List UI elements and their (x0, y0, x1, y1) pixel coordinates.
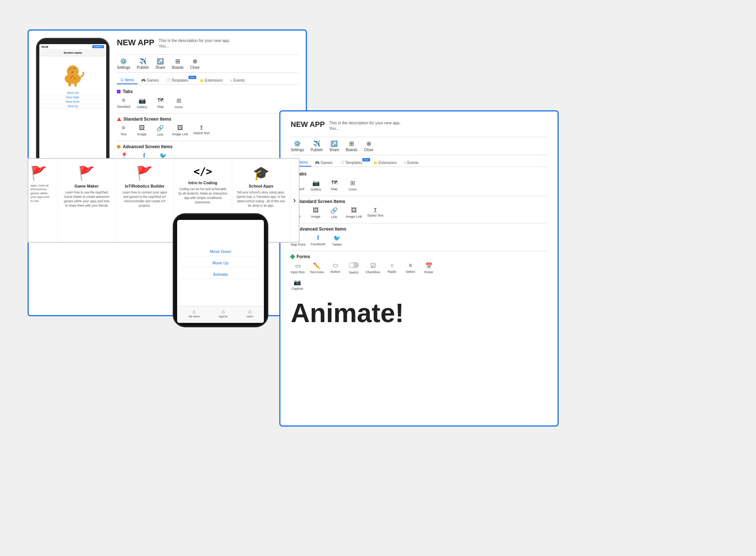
move-left-btn[interactable]: Move Left (41, 91, 105, 95)
right-close-icon: ⊗ (366, 140, 371, 147)
boards-btn[interactable]: ⊞ Boards (172, 58, 184, 70)
right-tab-extensions-label: Extensions (379, 161, 397, 165)
item-text[interactable]: ≡ Text (117, 125, 130, 136)
partial-desc: apps, build alllinks/actions,games withi… (31, 184, 55, 203)
right-tab-games[interactable]: 🎮 Games (311, 159, 336, 167)
move-up-btn-center[interactable]: Move Up (181, 259, 260, 268)
right-item-image-link[interactable]: 🖼 Image Link (346, 207, 362, 219)
right-close-btn[interactable]: ⊗ Close (364, 140, 373, 152)
move-down-btn-center[interactable]: Move Down (181, 247, 260, 256)
right-boards-btn[interactable]: ⊞ Boards (346, 140, 358, 152)
right-standard-section-title: Standard Screen Items (297, 199, 345, 204)
item-image-link[interactable]: 🖼 Image Link (172, 125, 188, 136)
right-section-tabs: Tabs (291, 171, 547, 177)
right-share-btn[interactable]: ↗️ Share (329, 140, 339, 152)
link-icon: 🔗 (157, 125, 164, 132)
right-item-link[interactable]: 🔗 Link (327, 207, 341, 219)
svg-point-9 (71, 71, 74, 73)
tab-tabname[interactable]: ⌂ Tab Name (188, 309, 200, 321)
screen-name-label: Screen name (39, 50, 106, 56)
move-right-btn[interactable]: Move Right (41, 95, 105, 100)
right-item-image[interactable]: 🖼 Image (309, 207, 322, 219)
iot-title: IoT/Robotics Builder (125, 184, 165, 188)
image-link-label: Image Link (172, 132, 188, 136)
section-advanced-label: Advanced Screen Items (117, 144, 298, 149)
right-tab-events[interactable]: ○ Events (400, 159, 422, 167)
item-image[interactable]: 🖼 Image (135, 125, 148, 136)
right-text-area-icon: ✏️ (313, 262, 320, 269)
right-settings-btn[interactable]: ⚙️ Settings (291, 140, 304, 152)
right-item-switch[interactable]: Switch (347, 262, 361, 274)
styled-text-label: Styled Text (193, 131, 209, 135)
close-btn[interactable]: ⊗ Close (190, 58, 200, 70)
right-item-checkbox[interactable]: ☑ Checkbox (366, 262, 380, 274)
svg-point-16 (72, 75, 74, 77)
tab-weird-icon: ⌂ (248, 309, 251, 314)
right-item-text-area[interactable]: ✏️ Text Area (310, 262, 324, 274)
right-tab-templates[interactable]: 📄 Templates EDU (336, 159, 370, 167)
right-item-icons[interactable]: ⊞ Icons (346, 179, 359, 191)
tab-games-icon: 🎮 (141, 78, 146, 82)
right-item-capture[interactable]: 📷 Capture (291, 279, 304, 291)
item-link[interactable]: 🔗 Link (154, 125, 167, 136)
right-section-forms: Forms (291, 254, 547, 259)
tab-tabname-label: Tab Name (188, 315, 200, 318)
right-share-icon: ↗️ (330, 140, 338, 147)
item-gallery[interactable]: 📷 Gallery (136, 97, 149, 109)
right-item-map[interactable]: 🗺 Map (328, 179, 341, 191)
right-tab-extensions[interactable]: ⭐ Extensions (369, 159, 400, 167)
tab-templates-icon: 📄 (166, 78, 171, 82)
right-styled-text-icon: T (374, 207, 377, 213)
right-tabs-row: ≡ Standard 📷 Gallery 🗺 Map ⊞ Icons (291, 179, 547, 191)
right-input-box-label: Input Box (291, 270, 305, 274)
tab-games[interactable]: 🎮 Games (137, 76, 162, 84)
tab-extensions[interactable]: ⭐ Extensions (196, 76, 226, 84)
tab-items[interactable]: ☑ Items (117, 76, 137, 84)
right-tab-templates-icon: 📄 (340, 161, 344, 165)
toolbar: ⚙️ Settings ✈️ Publish ↗️ Share ⊞ Boards… (117, 54, 298, 73)
tab-weird[interactable]: ⌂ weird (247, 309, 253, 321)
move-down-btn[interactable]: Move Down (41, 100, 105, 104)
tab-appcar[interactable]: ⌂ AppCar (219, 309, 228, 321)
animate-btn-center[interactable]: Animate (181, 270, 260, 279)
styled-text-icon: T (200, 125, 203, 130)
right-radio-icon: ○ (390, 262, 394, 269)
app-header: NEW APP This is the description for your… (117, 38, 298, 49)
right-item-gallery[interactable]: 📷 Gallery (309, 179, 323, 191)
coding-title: Intro to Coding (189, 181, 218, 185)
tabs-section-title: Tabs (123, 89, 133, 94)
right-forms-dot (290, 254, 295, 259)
right-boards-label: Boards (346, 148, 358, 152)
next-arrow[interactable]: › (290, 159, 299, 242)
publish-btn[interactable]: ✈️ Publish (137, 58, 149, 70)
right-tab-events-icon: ○ (404, 161, 406, 165)
svg-rect-11 (74, 82, 77, 86)
gallery-label: Gallery (137, 105, 147, 109)
item-icons[interactable]: ⊞ Icons (172, 97, 186, 109)
share-btn[interactable]: ↗️ Share (155, 58, 165, 70)
right-item-facebook[interactable]: f Facebook (311, 235, 326, 246)
publish-icon: ✈️ (139, 58, 147, 65)
right-capture-label: Capture (291, 287, 303, 291)
right-publish-btn[interactable]: ✈️ Publish (311, 140, 323, 152)
right-item-select[interactable]: ≡ Select (404, 262, 417, 274)
right-link-icon: 🔗 (330, 207, 338, 214)
tab-tabname-icon: ⌂ (193, 309, 196, 314)
item-styled-text[interactable]: T Styled Text (193, 125, 209, 136)
item-map[interactable]: 🗺 Map (154, 97, 167, 109)
right-item-input-box[interactable]: ▭ Input Box (291, 262, 305, 274)
tab-templates[interactable]: 📄 Templates EDU (162, 76, 196, 84)
gamemaker-icon: 🚩 (78, 165, 95, 181)
tab-events-icon: ○ (230, 78, 232, 82)
tab-events[interactable]: ○ Events (226, 76, 248, 84)
right-item-twitter[interactable]: 🐦 Twitter (330, 235, 344, 246)
right-item-picker[interactable]: 📅 Picker (422, 262, 436, 274)
right-capture-icon: 📷 (294, 279, 301, 286)
right-item-button[interactable]: ⬭ Button (329, 262, 342, 274)
item-standard[interactable]: ≡ Standard (117, 97, 130, 109)
right-item-styled-text[interactable]: T Styled Text (367, 207, 383, 219)
settings-btn[interactable]: ⚙️ Settings (117, 58, 130, 70)
map-label: Map (157, 105, 164, 108)
right-item-radio[interactable]: ○ Radio (386, 262, 399, 274)
move-up-btn[interactable]: Move Up (41, 104, 105, 108)
